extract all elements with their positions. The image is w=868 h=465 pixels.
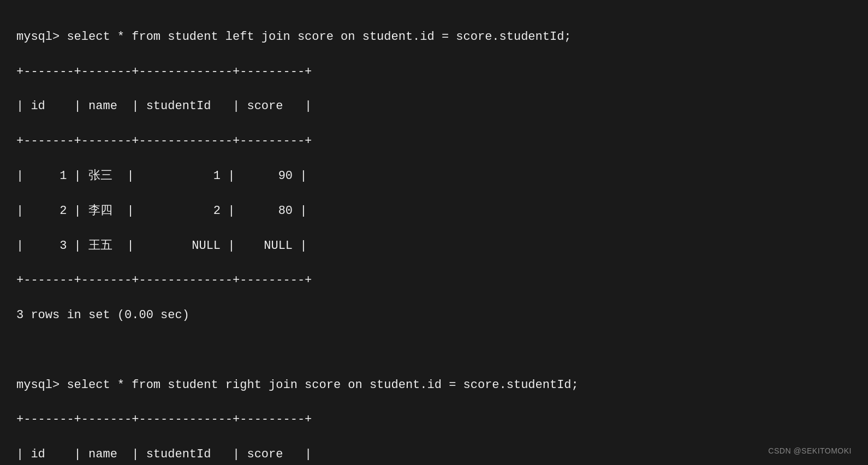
- separator-2: +-------+-------+-------------+---------…: [16, 134, 312, 148]
- separator-1: +-------+-------+-------------+---------…: [16, 65, 312, 79]
- terminal-output: mysql> select * from student left join s…: [16, 11, 852, 465]
- table-header-2: | id | name | studentId | score |: [16, 448, 312, 461]
- row-1-2: | 2 | 李四 | 2 | 80 |: [16, 204, 307, 218]
- table-header-1: | id | name | studentId | score |: [16, 99, 312, 113]
- row-1-3: | 3 | 王五 | NULL | NULL |: [16, 239, 307, 253]
- query-line-1: mysql> select * from student left join s…: [16, 30, 572, 44]
- query-line-2: mysql> select * from student right join …: [16, 378, 579, 392]
- watermark-label: CSDN @SEKITOMOKI: [768, 446, 852, 455]
- result-1: 3 rows in set (0.00 sec): [16, 308, 189, 322]
- row-1-1: | 1 | 张三 | 1 | 90 |: [16, 169, 307, 183]
- separator-4: +-------+-------+-------------+---------…: [16, 413, 312, 426]
- separator-3: +-------+-------+-------------+---------…: [16, 273, 312, 287]
